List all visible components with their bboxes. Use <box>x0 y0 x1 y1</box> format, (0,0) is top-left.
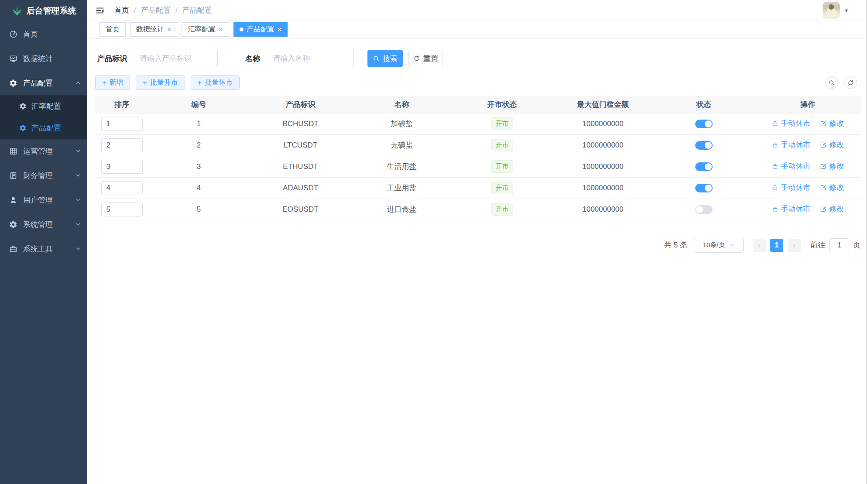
table-refresh-icon-button[interactable] <box>844 76 857 89</box>
chevron-down-icon <box>75 246 81 252</box>
sort-input[interactable] <box>101 117 143 131</box>
edit-link[interactable]: 修改 <box>820 182 844 192</box>
market-status-badge: 开市 <box>491 160 513 173</box>
status-toggle[interactable] <box>695 120 713 128</box>
sidebar-subitem-label: 产品配置 <box>31 123 61 133</box>
table-search-icon-button[interactable] <box>825 76 838 89</box>
reset-button[interactable]: 重置 <box>408 50 443 67</box>
name-cell: 工业用盐 <box>352 177 452 199</box>
submenu-product-config: 汇率配置 产品配置 <box>0 95 87 139</box>
sidebar-item-label: 系统工具 <box>23 244 53 254</box>
edit-link[interactable]: 修改 <box>820 204 844 214</box>
chevron-up-icon <box>75 80 81 86</box>
manual-close-link[interactable]: 手动休市 <box>772 118 810 128</box>
name-cell: 无碘盐 <box>352 134 452 156</box>
tab-rate-config[interactable]: 汇率配置 × <box>182 22 229 37</box>
max-threshold-cell: 1000000000 <box>552 134 653 156</box>
edit-link[interactable]: 修改 <box>820 161 844 171</box>
top-navbar: 首页 / 产品配置 / 产品配置 ▼ <box>87 0 868 21</box>
table-row: 3 ETHUSDT 生活用盐 开市 1000000000 手动休市 <box>95 156 861 177</box>
product-table: 排序 编号 产品标识 名称 开市状态 最大值门槛金额 状态 操作 1 BCH <box>95 96 861 220</box>
active-dot <box>240 27 244 31</box>
close-icon[interactable]: × <box>219 26 223 34</box>
sidebar-item-home[interactable]: 首页 <box>0 22 87 46</box>
status-toggle[interactable] <box>695 141 713 150</box>
table-header-row: 排序 编号 产品标识 名称 开市状态 最大值门槛金额 状态 操作 <box>95 96 861 113</box>
edit-link[interactable]: 修改 <box>820 118 844 128</box>
sidebar-subitem-product-config[interactable]: 产品配置 <box>0 117 87 139</box>
close-icon[interactable]: × <box>167 26 171 34</box>
sidebar-item-product-config[interactable]: 产品配置 <box>0 71 87 95</box>
symbol-filter-input[interactable] <box>133 50 218 67</box>
caret-down-icon[interactable]: ▼ <box>844 8 849 13</box>
chevron-down-icon <box>75 221 81 227</box>
tags-view-bar: 首页 数据统计 × 汇率配置 × 产品配置 × <box>87 21 868 38</box>
edit-icon <box>820 184 827 191</box>
manual-close-link[interactable]: 手动休市 <box>772 204 810 214</box>
page-number-button[interactable]: 1 <box>770 239 783 252</box>
plus-icon: + <box>102 79 106 87</box>
sort-input[interactable] <box>101 138 143 152</box>
batch-open-market-button[interactable]: + 批量开市 <box>136 76 185 90</box>
edit-icon <box>820 141 827 148</box>
sort-input[interactable] <box>101 160 143 174</box>
breadcrumb-item[interactable]: 首页 <box>114 5 129 15</box>
max-threshold-cell: 1000000000 <box>552 177 653 199</box>
manual-close-link[interactable]: 手动休市 <box>772 140 810 150</box>
status-toggle[interactable] <box>695 162 713 171</box>
status-toggle[interactable] <box>695 184 713 192</box>
gear-icon <box>19 103 27 110</box>
scrollbar-track[interactable] <box>866 0 868 484</box>
chart-monitor-icon <box>9 55 17 63</box>
tab-home[interactable]: 首页 <box>99 22 126 37</box>
page-size-select[interactable]: 10条/页 <box>694 238 744 253</box>
sidebar-item-tools[interactable]: 系统工具 <box>0 237 87 261</box>
symbol-cell: ETHUSDT <box>249 156 352 177</box>
sidebar-collapse-icon[interactable] <box>95 6 105 15</box>
user-avatar[interactable] <box>823 2 840 19</box>
sidebar-item-operations[interactable]: 运营管理 <box>0 139 87 163</box>
sort-input[interactable] <box>101 203 143 216</box>
status-toggle[interactable] <box>695 205 713 214</box>
ledger-icon <box>9 172 17 180</box>
edit-link[interactable]: 修改 <box>820 140 844 150</box>
breadcrumb-item[interactable]: 产品配置 <box>141 5 171 15</box>
sidebar-item-finance[interactable]: 财务管理 <box>0 163 87 188</box>
max-threshold-cell: 1000000000 <box>552 199 653 220</box>
manual-close-link[interactable]: 手动休市 <box>772 182 810 192</box>
column-header-status: 状态 <box>653 96 754 113</box>
close-icon[interactable]: × <box>278 26 281 34</box>
sidebar-subitem-rate-config[interactable]: 汇率配置 <box>0 95 87 117</box>
lock-icon <box>772 184 779 191</box>
tab-data-stats[interactable]: 数据统计 × <box>130 22 177 37</box>
sidebar-item-data-stats[interactable]: 数据统计 <box>0 46 87 71</box>
name-filter-input[interactable] <box>266 50 354 67</box>
table-row: 1 BCHUSDT 加碘盐 开市 1000000000 手动休市 <box>95 113 861 134</box>
search-button[interactable]: 搜索 <box>367 50 403 67</box>
user-icon <box>9 196 17 204</box>
symbol-cell: BCHUSDT <box>249 113 352 134</box>
sort-input[interactable] <box>101 181 143 195</box>
gear-icon <box>19 124 27 132</box>
sidebar-item-label: 运营管理 <box>23 146 53 156</box>
pagination-total: 共 5 条 <box>664 240 687 250</box>
tab-product-config[interactable]: 产品配置 × <box>233 22 288 37</box>
manual-close-link[interactable]: 手动休市 <box>772 161 810 171</box>
name-filter-label: 名称 <box>245 54 260 64</box>
lock-icon <box>772 163 779 170</box>
sidebar-item-label: 产品配置 <box>23 78 53 88</box>
logo: 后台管理系统 <box>0 0 87 22</box>
sidebar-item-system[interactable]: 系统管理 <box>0 212 87 237</box>
symbol-cell: LTCUSDT <box>249 134 352 156</box>
next-page-button[interactable]: › <box>788 239 801 252</box>
add-button[interactable]: + 新增 <box>95 76 130 90</box>
column-header-market-status: 开市状态 <box>452 96 552 113</box>
prev-page-button[interactable]: ‹ <box>753 239 766 252</box>
edit-icon <box>820 163 827 170</box>
column-header-id: 编号 <box>148 96 249 113</box>
tab-label: 首页 <box>106 25 120 34</box>
goto-page-input[interactable] <box>829 238 849 252</box>
sidebar-item-users[interactable]: 用户管理 <box>0 188 87 212</box>
id-cell: 2 <box>148 134 249 156</box>
batch-close-market-button[interactable]: + 批量休市 <box>191 76 240 90</box>
